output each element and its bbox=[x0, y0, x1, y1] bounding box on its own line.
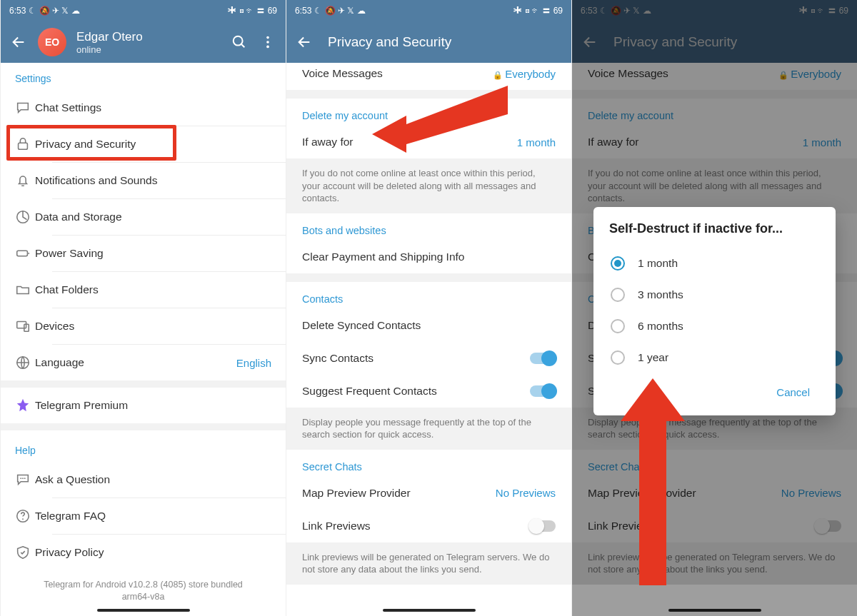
device-3-dialog: 6:53☾ 🔕 ✈ 𝕏 ☁ ✱ ⊠ ᯤ 〓 69 Privacy and Sec… bbox=[571, 0, 857, 616]
devices-icon bbox=[15, 318, 35, 334]
battery-icon bbox=[15, 246, 35, 261]
label-clear-payment: Clear Payment and Shipping Info bbox=[302, 251, 556, 263]
row-link-previews[interactable]: Link Previews bbox=[286, 510, 571, 542]
label-devices: Devices bbox=[35, 320, 271, 333]
row-power-saving[interactable]: Power Saving bbox=[1, 236, 286, 271]
svg-rect-4 bbox=[19, 143, 28, 149]
svg-rect-7 bbox=[17, 322, 26, 328]
row-devices[interactable]: Devices bbox=[1, 308, 286, 344]
globe-icon bbox=[15, 355, 35, 370]
back-icon[interactable] bbox=[11, 34, 26, 50]
more-icon[interactable] bbox=[260, 34, 276, 50]
toggle-sync-contacts[interactable] bbox=[530, 353, 556, 364]
cancel-button[interactable]: Cancel bbox=[769, 380, 817, 404]
label-power: Power Saving bbox=[35, 247, 271, 260]
radio-label: 3 months bbox=[638, 288, 683, 301]
status-right-icons: ✱ ⊠ ᯤ 〓 69 bbox=[228, 5, 277, 17]
home-indicator[interactable] bbox=[383, 609, 476, 612]
radio-icon bbox=[611, 288, 625, 302]
row-suggest-freq[interactable]: Suggest Frequent Contacts bbox=[286, 375, 571, 408]
label-voice: Voice Messages bbox=[302, 67, 493, 80]
back-icon[interactable] bbox=[296, 34, 312, 50]
profile-name: Edgar Otero bbox=[76, 30, 231, 44]
row-data-storage[interactable]: Data and Storage bbox=[1, 199, 286, 235]
settings-list: Settings Chat Settings Privacy and Secur… bbox=[1, 63, 286, 616]
profile-block[interactable]: Edgar Otero online bbox=[76, 30, 231, 55]
value-map-preview: No Previews bbox=[496, 487, 556, 499]
label-if-away: If away for bbox=[302, 136, 517, 148]
toggle-link-previews[interactable] bbox=[530, 520, 556, 532]
avatar[interactable]: EO bbox=[38, 28, 66, 56]
label-chat-settings: Chat Settings bbox=[35, 101, 271, 114]
page-title: Privacy and Security bbox=[328, 34, 451, 50]
row-delete-synced[interactable]: Delete Synced Contacts bbox=[286, 309, 571, 342]
radio-icon bbox=[611, 256, 625, 271]
status-left-icons: ☾ 🔕 ✈ 𝕏 ☁ bbox=[29, 6, 79, 16]
label-delete-synced: Delete Synced Contacts bbox=[302, 319, 556, 332]
section-help: Help bbox=[1, 430, 286, 462]
toggle-suggest-freq[interactable] bbox=[530, 385, 556, 397]
row-faq[interactable]: Telegram FAQ bbox=[1, 498, 286, 534]
row-language[interactable]: Language English bbox=[1, 345, 286, 380]
radio-label: 1 month bbox=[638, 257, 678, 270]
radio-1-month[interactable]: 1 month bbox=[609, 248, 820, 279]
row-chat-settings[interactable]: Chat Settings bbox=[1, 90, 286, 126]
value-voice: Everybody bbox=[493, 68, 556, 80]
note-delete: If you do not come online at least once … bbox=[286, 158, 571, 213]
row-premium[interactable]: Telegram Premium bbox=[1, 388, 286, 423]
row-ask-question[interactable]: Ask a Question bbox=[1, 462, 286, 498]
label-map-preview: Map Preview Provider bbox=[302, 487, 496, 500]
shield-icon bbox=[15, 545, 35, 560]
self-destruct-dialog: Self-Destruct if inactive for... 1 month… bbox=[593, 207, 836, 415]
lock-icon bbox=[15, 136, 35, 152]
avatar-initials: EO bbox=[45, 36, 59, 48]
home-indicator[interactable] bbox=[668, 609, 761, 612]
label-folders: Chat Folders bbox=[35, 283, 271, 296]
profile-status: online bbox=[76, 44, 231, 55]
row-map-preview[interactable]: Map Preview Provider No Previews bbox=[286, 477, 571, 510]
note-link: Link previews will be generated on Teleg… bbox=[286, 542, 571, 585]
question-chat-icon bbox=[15, 472, 35, 488]
status-left-icons: ☾ 🔕 ✈ 𝕏 ☁ bbox=[314, 6, 365, 16]
row-voice-messages[interactable]: Voice Messages Everybody bbox=[286, 63, 571, 90]
status-bar: 6:53☾ 🔕 ✈ 𝕏 ☁ ✱ ⊠ ᯤ 〓 69 bbox=[1, 0, 286, 21]
radio-label: 6 months bbox=[638, 320, 683, 333]
section-bots: Bots and websites bbox=[286, 213, 571, 241]
svg-point-12 bbox=[24, 478, 26, 479]
search-icon[interactable] bbox=[231, 34, 247, 50]
star-icon bbox=[15, 398, 35, 413]
label-suggest-freq: Suggest Frequent Contacts bbox=[302, 385, 530, 398]
radio-icon bbox=[611, 350, 625, 365]
row-privacy-security[interactable]: Privacy and Security bbox=[1, 126, 286, 162]
status-time: 6:53 bbox=[9, 6, 26, 16]
device-1-settings: 6:53☾ 🔕 ✈ 𝕏 ☁ ✱ ⊠ ᯤ 〓 69 EO Edgar Otero … bbox=[0, 0, 286, 616]
section-settings: Settings bbox=[1, 63, 286, 90]
svg-rect-6 bbox=[17, 251, 28, 256]
label-notifications: Notifications and Sounds bbox=[35, 174, 271, 187]
value-language: English bbox=[236, 357, 271, 369]
radio-6-months[interactable]: 6 months bbox=[609, 310, 820, 342]
home-indicator[interactable] bbox=[97, 609, 190, 612]
row-sync-contacts[interactable]: Sync Contacts bbox=[286, 342, 571, 375]
row-clear-payment[interactable]: Clear Payment and Shipping Info bbox=[286, 241, 571, 273]
section-secret: Secret Chats bbox=[286, 450, 571, 477]
row-notifications[interactable]: Notifications and Sounds bbox=[1, 163, 286, 198]
section-delete-account: Delete my account bbox=[286, 99, 571, 126]
bell-icon bbox=[15, 173, 35, 188]
privacy-list: Voice Messages Everybody Delete my accou… bbox=[286, 63, 571, 616]
svg-point-1 bbox=[266, 36, 269, 39]
folder-icon bbox=[15, 282, 35, 298]
svg-point-0 bbox=[234, 36, 243, 46]
row-chat-folders[interactable]: Chat Folders bbox=[1, 272, 286, 308]
data-icon bbox=[15, 209, 35, 225]
label-premium: Telegram Premium bbox=[35, 399, 271, 412]
section-contacts: Contacts bbox=[286, 282, 571, 309]
row-if-away[interactable]: If away for 1 month bbox=[286, 126, 571, 158]
device-2-privacy: 6:53☾ 🔕 ✈ 𝕏 ☁ ✱ ⊠ ᯤ 〓 69 Privacy and Sec… bbox=[286, 0, 571, 616]
svg-point-14 bbox=[22, 518, 24, 520]
value-if-away: 1 month bbox=[517, 136, 556, 148]
status-right-icons: ✱ ⊠ ᯤ 〓 69 bbox=[513, 5, 563, 17]
radio-1-year[interactable]: 1 year bbox=[609, 342, 820, 373]
row-privacy-policy[interactable]: Privacy Policy bbox=[1, 535, 286, 570]
radio-3-months[interactable]: 3 months bbox=[609, 279, 820, 310]
